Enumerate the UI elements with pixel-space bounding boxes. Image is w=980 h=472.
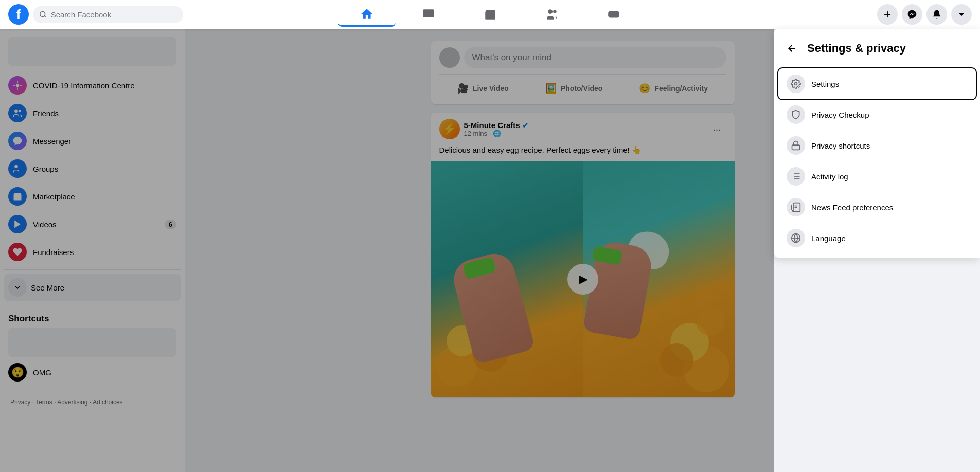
nav-home-button[interactable]	[338, 2, 396, 27]
language-icon	[787, 229, 805, 247]
nav-marketplace-button[interactable]	[461, 2, 519, 27]
svg-rect-16	[792, 145, 800, 150]
svg-point-9	[616, 14, 617, 15]
settings-item-settings[interactable]: Settings	[778, 68, 976, 99]
settings-header: Settings & privacy	[774, 33, 980, 64]
svg-point-4	[491, 14, 493, 16]
nav-gaming-button[interactable]	[585, 2, 643, 27]
activity-log-label: Activity log	[811, 172, 848, 181]
messenger-icon	[907, 9, 917, 20]
privacy-checkup-label: Privacy Checkup	[811, 111, 869, 119]
topnav: f	[0, 0, 980, 29]
marketplace-icon	[484, 8, 497, 21]
settings-item-news-feed[interactable]: News Feed preferences	[778, 192, 976, 223]
settings-title: Settings & privacy	[807, 42, 906, 55]
topnav-left: f	[8, 4, 183, 25]
svg-point-6	[553, 10, 557, 13]
search-icon	[39, 10, 47, 19]
gaming-icon	[607, 8, 620, 21]
svg-point-0	[40, 12, 45, 17]
privacy-shortcuts-icon	[787, 136, 805, 155]
notifications-button[interactable]	[926, 4, 947, 25]
nav-watch-button[interactable]	[400, 2, 457, 27]
plus-icon	[883, 10, 892, 19]
topnav-center	[183, 2, 797, 27]
nav-groups-button[interactable]	[523, 2, 581, 27]
watch-icon	[422, 8, 435, 21]
account-menu-button[interactable]	[951, 4, 972, 25]
settings-item-privacy-checkup[interactable]: Privacy Checkup	[778, 99, 976, 130]
arrow-left-icon	[787, 43, 797, 53]
search-input[interactable]	[51, 10, 177, 19]
groups-icon	[545, 8, 559, 21]
create-button[interactable]	[877, 4, 898, 25]
svg-line-1	[44, 16, 46, 17]
back-button[interactable]	[782, 39, 801, 58]
activity-log-icon	[787, 167, 805, 186]
svg-point-15	[795, 83, 797, 85]
svg-point-3	[487, 14, 489, 16]
news-feed-label: News Feed preferences	[811, 203, 893, 212]
settings-item-privacy-shortcuts[interactable]: Privacy shortcuts	[778, 130, 976, 161]
settings-item-label: Settings	[811, 80, 839, 88]
search-bar[interactable]	[33, 6, 183, 23]
messenger-button[interactable]	[902, 4, 922, 25]
topnav-right	[797, 4, 972, 25]
settings-gear-icon	[787, 75, 805, 93]
settings-item-language[interactable]: Language	[778, 223, 976, 253]
privacy-shortcuts-label: Privacy shortcuts	[811, 141, 870, 150]
language-label: Language	[811, 234, 846, 243]
svg-rect-7	[608, 11, 619, 18]
settings-item-activity-log[interactable]: Activity log	[778, 161, 976, 192]
svg-point-5	[548, 9, 553, 14]
svg-point-8	[615, 13, 616, 14]
settings-panel: Settings & privacy Settings Privacy Chec…	[774, 29, 980, 258]
dimmed-overlay[interactable]	[0, 29, 774, 472]
home-icon	[360, 7, 373, 21]
chevron-down-icon	[957, 10, 966, 19]
bell-icon	[932, 9, 942, 20]
news-feed-icon	[787, 198, 805, 216]
svg-rect-2	[423, 9, 434, 17]
privacy-checkup-icon	[787, 105, 805, 124]
facebook-logo: f	[8, 4, 29, 25]
